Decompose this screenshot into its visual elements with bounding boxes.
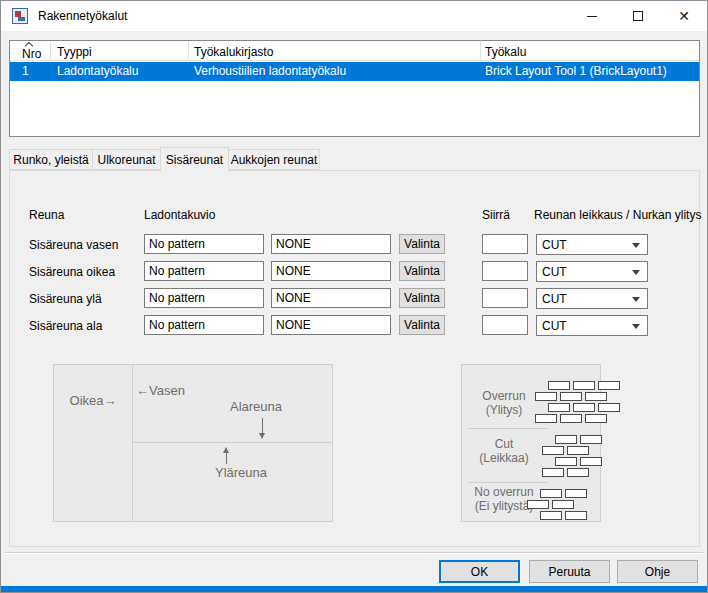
pattern-code-input-oikea[interactable]	[271, 261, 391, 281]
brick	[580, 435, 602, 444]
table-row-selected[interactable]: 1 Ladontatyökalu Verhoustiilien ladontat…	[10, 62, 699, 81]
pattern-code-input-ala[interactable]	[271, 315, 391, 335]
cell-tyokalu: Brick Layout Tool 1 (BrickLayout1)	[485, 62, 667, 81]
label-ylareuna: Yläreuna	[215, 465, 267, 480]
brick	[567, 446, 589, 455]
column-header-tyyppi[interactable]: Tyyppi	[57, 46, 92, 58]
cell-nro: 1	[22, 62, 29, 81]
brick	[540, 511, 562, 520]
window-controls: ✕	[569, 1, 707, 31]
siirra-input-ala[interactable]	[482, 315, 528, 335]
siirra-input-oikea[interactable]	[482, 261, 528, 281]
ok-button[interactable]: OK	[439, 560, 520, 583]
brick	[560, 392, 582, 401]
cut-select-ala[interactable]: CUT	[536, 315, 648, 336]
label-overrun: Overrun	[462, 389, 546, 403]
brick	[565, 489, 587, 498]
window-title: Rakennetyökalut	[38, 1, 127, 31]
brick	[542, 446, 564, 455]
cut-select-value: CUT	[542, 238, 567, 252]
overrun-diagram: Overrun (Ylitys) Cut (Leikkaa) No overru…	[461, 364, 601, 522]
brick	[573, 381, 595, 390]
maximize-button[interactable]	[615, 1, 661, 31]
row-label-sisareuna-ala: Sisäreuna ala	[29, 319, 102, 333]
cut-select-oikea[interactable]: CUT	[536, 261, 648, 282]
cell-tyokalukirjasto: Verhoustiilien ladontatyökalu	[194, 62, 346, 81]
row-label-sisareuna-yla: Sisäreuna ylä	[29, 292, 102, 306]
cut-select-vasen[interactable]: CUT	[536, 234, 648, 255]
siirra-input-yla[interactable]	[482, 288, 528, 308]
chevron-down-icon	[632, 324, 640, 329]
brick	[552, 500, 574, 509]
valinta-button-yla[interactable]: Valinta	[399, 288, 445, 308]
tab-sisareunat[interactable]: Sisäreunat	[160, 147, 229, 171]
column-header-nro[interactable]: Nro	[22, 48, 41, 60]
header-reuna: Reuna	[29, 208, 64, 222]
label-oikea: Oikea→	[54, 393, 132, 408]
diagram-divider	[132, 442, 332, 443]
row-label-sisareuna-vasen: Sisäreuna vasen	[29, 238, 118, 252]
pattern-code-input-yla[interactable]	[271, 288, 391, 308]
header-ladontakuvio: Ladontakuvio	[144, 208, 215, 222]
diagram-divider	[468, 428, 548, 429]
cut-select-value: CUT	[542, 319, 567, 333]
pattern-name-input-yla[interactable]	[144, 288, 264, 308]
brick	[573, 403, 595, 412]
cell-tyyppi: Ladontatyökalu	[57, 62, 138, 81]
dialog-rakennetyokalut: Rakennetyökalut ✕ Nro Tyyppi Työkalukirj…	[0, 0, 708, 593]
label-cut-sub: (Leikkaa)	[462, 451, 546, 465]
up-arrow-icon	[226, 450, 227, 464]
tab-aukkojen-reunat[interactable]: Aukkojen reunat	[228, 149, 320, 170]
pattern-name-input-ala[interactable]	[144, 315, 264, 335]
label-cut: Cut	[462, 437, 546, 451]
brick	[535, 414, 557, 423]
edges-diagram: Oikea→ ←Vasen Alareuna Yläreuna	[53, 364, 333, 522]
cut-select-yla[interactable]: CUT	[536, 288, 648, 309]
tab-ulkoreunat[interactable]: Ulkoreunat	[92, 149, 161, 170]
chevron-down-icon	[632, 243, 640, 248]
column-header-tyokalukirjasto[interactable]: Työkalukirjasto	[194, 46, 273, 58]
tool-list-header: Nro Tyyppi Työkalukirjasto Työkalu	[10, 41, 699, 61]
cut-select-value: CUT	[542, 265, 567, 279]
label-vasen: ←Vasen	[136, 383, 185, 398]
brick	[535, 392, 557, 401]
pattern-name-input-oikea[interactable]	[144, 261, 264, 281]
brick	[560, 414, 582, 423]
pattern-name-input-vasen[interactable]	[144, 234, 264, 254]
close-button[interactable]: ✕	[661, 1, 707, 31]
valinta-button-vasen[interactable]: Valinta	[399, 234, 445, 254]
brick	[598, 403, 620, 412]
help-button[interactable]: Ohje	[617, 560, 698, 583]
brick	[598, 381, 620, 390]
header-siirra: Siirrä	[482, 208, 510, 222]
diagram-divider	[468, 482, 548, 483]
brick	[527, 500, 549, 509]
label-alareuna: Alareuna	[230, 399, 282, 414]
brick	[565, 511, 587, 520]
siirra-input-vasen[interactable]	[482, 234, 528, 254]
brick	[542, 468, 564, 477]
valinta-button-ala[interactable]: Valinta	[399, 315, 445, 335]
brick	[548, 381, 570, 390]
brick	[580, 457, 602, 466]
close-icon: ✕	[678, 9, 690, 23]
column-separator	[188, 42, 189, 60]
chevron-down-icon	[632, 297, 640, 302]
brick	[540, 489, 562, 498]
cut-select-value: CUT	[542, 292, 567, 306]
brick	[555, 435, 577, 444]
pattern-code-input-vasen[interactable]	[271, 234, 391, 254]
brick	[567, 468, 589, 477]
column-header-tyokalu[interactable]: Työkalu	[485, 46, 526, 58]
valinta-button-oikea[interactable]: Valinta	[399, 261, 445, 281]
brick	[555, 457, 577, 466]
minimize-button[interactable]	[569, 1, 615, 31]
tab-runko-yleista[interactable]: Runko, yleistä	[9, 149, 93, 170]
down-arrow-icon	[262, 418, 263, 436]
brick	[585, 392, 607, 401]
app-icon	[12, 8, 28, 24]
cancel-button[interactable]: Peruuta	[529, 560, 610, 583]
label-no-overrun: No overrun	[462, 485, 546, 499]
minimize-icon	[587, 16, 597, 17]
header-reunan-leikkaus: Reunan leikkaus / Nurkan ylitys	[534, 208, 701, 222]
